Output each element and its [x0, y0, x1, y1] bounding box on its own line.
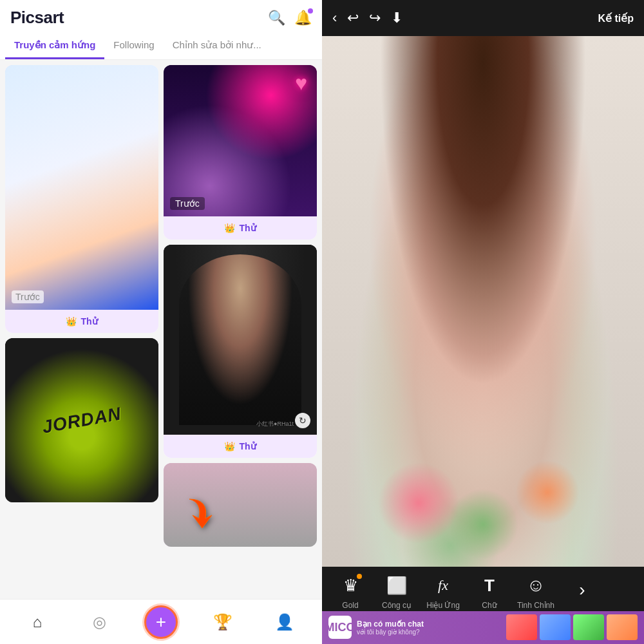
notification-icon[interactable]: 🔔	[294, 10, 312, 26]
nav-profile[interactable]: 👤	[254, 600, 316, 644]
tool-gold[interactable]: ♛ Gold	[327, 573, 374, 610]
ad-logo: MICO	[328, 616, 352, 639]
cong-cu-icon: ⬜	[386, 576, 407, 596]
hieu-ung-icon: fx	[438, 577, 448, 594]
tool-icon-wrap-hieuung: fx	[430, 573, 456, 598]
explore-icon: ◎	[93, 613, 106, 631]
arrow-indicator	[183, 493, 222, 534]
chu-label: Chữ	[482, 601, 497, 610]
hieu-ung-label: Hiệu Ứng	[426, 601, 460, 610]
card-image-3: ↻ 小红书●RHa1t	[164, 245, 317, 435]
tab-bar: Truyền cảm hứng Following Chỉnh sửa bởi …	[0, 33, 322, 60]
tool-hieu-ung[interactable]: fx Hiệu Ứng	[420, 573, 466, 610]
tool-tinh-chinh[interactable]: ☺ Tinh Chỉnh	[513, 573, 559, 610]
tool-next[interactable]: ›	[559, 577, 605, 605]
ad-title: Bạn có muốn chat	[357, 620, 501, 629]
ad-text: Bạn có muốn chat với tôi bây giờ không?	[357, 620, 501, 636]
try-label-3: Thử	[239, 441, 256, 451]
try-label-2: Thử	[239, 223, 256, 233]
neon-heart: ♥	[295, 71, 307, 95]
tool-icon-wrap-tinhchinh: ☺	[523, 573, 549, 598]
tab-truyen-cam-hung[interactable]: Truyền cảm hứng	[5, 33, 104, 59]
undo-button[interactable]: ↩	[347, 10, 359, 26]
app-logo: Picsart	[10, 8, 64, 28]
tab-chinh-sua[interactable]: Chỉnh sửa bởi như...	[164, 33, 270, 59]
woman-figure	[164, 245, 317, 435]
nav-add[interactable]: +	[130, 600, 192, 644]
ad-thumb-4	[607, 614, 638, 640]
tool-icon-wrap-congcu: ⬜	[384, 573, 410, 598]
card-before-after-3[interactable]: ↻ 小红书●RHa1t 👑 Thử	[164, 245, 317, 458]
download-button[interactable]: ⬇	[391, 10, 402, 26]
jordan-text: JORDAN	[41, 403, 123, 437]
gold-label: Gold	[342, 601, 358, 610]
right-column: ♥ Trước 👑 Thử	[164, 65, 317, 547]
redo-button[interactable]: ↪	[369, 10, 381, 26]
next-button[interactable]: Kế tiếp	[598, 12, 634, 24]
right-panel-editor: ‹ ↩ ↪ ⬇ Kế tiếp ♛ Gold	[322, 0, 644, 644]
header-icons: 🔍 🔔	[268, 10, 312, 26]
tool-icon-wrap-gold: ♛	[337, 573, 363, 598]
notif-dot	[308, 8, 313, 14]
tab-following[interactable]: Following	[104, 33, 163, 59]
refresh-icon[interactable]: ↻	[295, 413, 310, 428]
nav-home[interactable]: ⌂	[6, 600, 68, 644]
try-label-1: Thử	[80, 316, 97, 327]
crown-icon-2: 👑	[224, 223, 235, 233]
search-icon[interactable]: 🔍	[268, 10, 285, 26]
card-placeholder-5	[164, 463, 317, 547]
card-partial[interactable]	[164, 463, 317, 547]
truoc-label-2: Trước	[170, 197, 205, 210]
ad-subtitle: với tôi bây giờ không?	[357, 629, 501, 636]
home-icon: ⌂	[33, 613, 43, 631]
chu-icon: T	[484, 576, 495, 596]
nav-explore[interactable]: ◎	[68, 600, 130, 644]
toolbar-tools-row: ♛ Gold ⬜ Công cụ fx Hiệu Ứng	[322, 567, 644, 611]
tool-chu[interactable]: T Chữ	[466, 573, 513, 610]
add-button[interactable]: +	[144, 605, 178, 639]
card-before-after-1[interactable]: Trước 👑 Thử	[5, 65, 158, 333]
card-footer-3[interactable]: 👑 Thử	[164, 435, 317, 458]
feed-content: Trước 👑 Thử JORDAN	[0, 60, 322, 599]
ad-thumb-3	[573, 614, 604, 640]
ad-banner[interactable]: MICO Bạn có muốn chat với tôi bây giờ kh…	[322, 611, 644, 644]
card-footer-2[interactable]: 👑 Thử	[164, 216, 317, 240]
tool-icon-wrap-chu: T	[477, 573, 502, 598]
editor-header-left: ‹ ↩ ↪ ⬇	[332, 10, 402, 26]
card-footer-1[interactable]: 👑 Thử	[5, 310, 158, 333]
card-before-after-2[interactable]: ♥ Trước 👑 Thử	[164, 65, 317, 240]
cong-cu-label: Công cụ	[382, 601, 412, 610]
masonry-grid: Trước 👑 Thử JORDAN	[5, 65, 317, 547]
editor-toolbar: ♛ Gold ⬜ Công cụ fx Hiệu Ứng	[322, 567, 644, 644]
gold-icon: ♛	[343, 576, 358, 596]
crown-icon-3: 👑	[224, 441, 235, 451]
card-jordan[interactable]: JORDAN	[5, 338, 158, 502]
card-placeholder-3: ↻ 小红书●RHa1t	[164, 245, 317, 435]
card-placeholder-2: ♥ Trước	[164, 65, 317, 216]
card-placeholder-1: Trước	[5, 65, 158, 310]
left-panel: Picsart 🔍 🔔 Truyền cảm hứng Following Ch…	[0, 0, 322, 644]
flower-overlay	[322, 354, 644, 567]
woman-figure-inner	[179, 254, 301, 426]
add-icon: +	[156, 612, 166, 632]
tool-cong-cu[interactable]: ⬜ Công cụ	[374, 573, 420, 610]
gold-dot	[357, 574, 362, 579]
tinh-chinh-icon: ☺	[527, 575, 545, 596]
nav-trophy[interactable]: 🏆	[192, 600, 254, 644]
next-tool-icon: ›	[579, 580, 585, 600]
editor-header: ‹ ↩ ↪ ⬇ Kế tiếp	[322, 0, 644, 36]
ad-thumb-2	[540, 614, 571, 640]
editor-canvas[interactable]	[322, 36, 644, 567]
crown-icon-1: 👑	[66, 316, 77, 327]
profile-icon: 👤	[275, 613, 294, 631]
card-image-jordan: JORDAN	[5, 338, 158, 502]
app-header: Picsart 🔍 🔔	[0, 0, 322, 33]
tinh-chinh-label: Tinh Chỉnh	[517, 601, 554, 610]
card-image-1: Trước	[5, 65, 158, 310]
back-button[interactable]: ‹	[332, 10, 337, 26]
card-image-2: ♥ Trước	[164, 65, 317, 216]
bottom-navigation: ⌂ ◎ + 🏆 👤	[0, 599, 322, 644]
trophy-icon: 🏆	[213, 613, 232, 631]
ad-thumbnails	[506, 614, 638, 640]
ad-thumb-1	[506, 614, 537, 640]
